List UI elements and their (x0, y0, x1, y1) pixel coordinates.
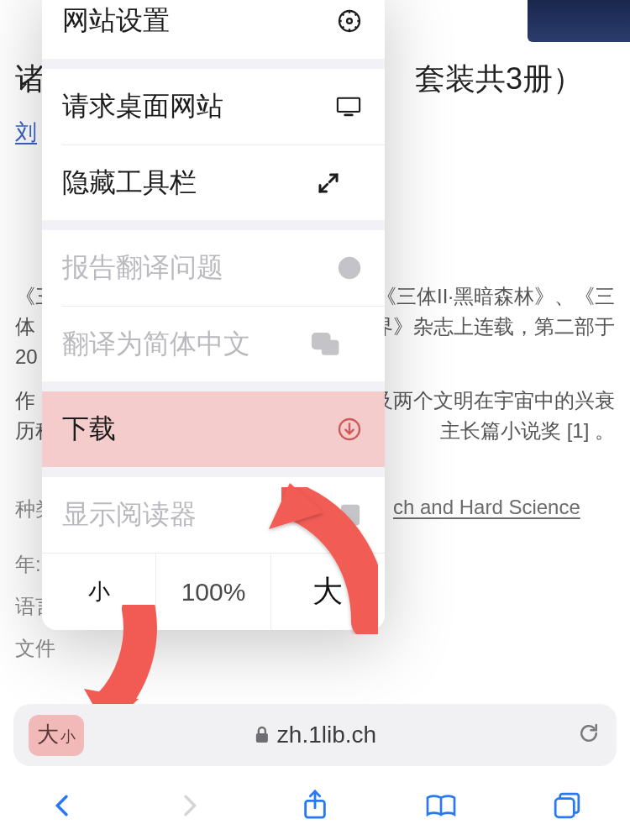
meta-category-link[interactable]: ch and Hard Science (393, 496, 580, 519)
aa-small: 小 (60, 727, 76, 747)
chevron-right-icon (176, 790, 202, 821)
svg-rect-3 (339, 99, 359, 111)
tabs-icon (552, 790, 582, 821)
svg-rect-19 (555, 799, 574, 817)
aa-button[interactable]: 大小 (29, 715, 84, 756)
title-left: 诸 (15, 61, 45, 96)
expand-diagonal-icon (307, 171, 341, 196)
svg-rect-17 (256, 733, 268, 743)
book-icon (424, 791, 458, 820)
gear-icon (329, 8, 363, 34)
menu-label: 隐藏工具栏 (62, 165, 197, 202)
svg-text:文: 文 (325, 342, 335, 353)
alert-circle-icon (329, 255, 363, 281)
text-size-smaller[interactable]: 小 (42, 554, 155, 630)
nav-forward-button (164, 785, 214, 827)
menu-hide-toolbar[interactable]: 隐藏工具栏 (62, 144, 385, 220)
download-circle-icon (329, 416, 363, 443)
desktop-icon (329, 94, 363, 119)
menu-translate: 翻译为简体中文 A文 (62, 306, 385, 381)
svg-point-1 (347, 18, 352, 24)
menu-label: 下载 (62, 411, 116, 448)
menu-report-translation: 报告翻译问题 (42, 230, 385, 306)
aa-big: 大 (37, 720, 59, 749)
menu-request-desktop[interactable]: 请求桌面网站 (42, 69, 385, 144)
svg-point-7 (349, 272, 351, 275)
text-size-control: 小 100% 大 (42, 553, 385, 630)
bookmarks-button[interactable] (416, 785, 466, 827)
title-right: 套装共3册） (415, 61, 583, 96)
desc-1-right: 《三体II·黑暗森林》、《三 (376, 281, 615, 312)
text-size-percent[interactable]: 100% (155, 554, 270, 630)
meta-year: 年: (15, 551, 41, 578)
share-button[interactable] (290, 785, 340, 827)
address-host[interactable]: zh.1lib.ch (254, 722, 376, 748)
desc-4-right: 及两个文明在宇宙中的兴衰 (373, 385, 615, 417)
book-cover-thumb (528, 0, 630, 42)
tabs-button[interactable] (542, 785, 592, 827)
menu-label: 网站设置 (62, 3, 170, 39)
reader-icon (329, 502, 363, 528)
text-size-larger[interactable]: 大 (271, 554, 385, 630)
lock-icon (254, 725, 270, 745)
desc-4-left: 作 (15, 389, 35, 412)
author-link[interactable]: 刘 (15, 118, 37, 147)
desc-5-right: 主长篇小说奖 [1] 。 (440, 415, 615, 447)
nav-back-button[interactable] (38, 785, 88, 827)
share-icon (301, 789, 329, 822)
desc-2-left: 体 (15, 315, 35, 338)
svg-text:A: A (315, 336, 322, 346)
aa-menu-popover: 网站设置 请求桌面网站 隐藏工具栏 (42, 0, 385, 630)
host-text: zh.1lib.ch (277, 722, 376, 748)
menu-downloads[interactable]: 下载 (42, 391, 385, 467)
menu-label: 显示阅读器 (62, 496, 197, 533)
address-bar[interactable]: 大小 zh.1lib.ch (13, 704, 617, 766)
menu-show-reader: 显示阅读器 (42, 477, 385, 553)
translate-icon: A文 (307, 331, 341, 358)
desc-2-right: 界》杂志上连载，第二部于 (373, 311, 615, 343)
menu-label: 翻译为简体中文 (62, 326, 250, 363)
desc-3-left: 20 (15, 345, 38, 368)
reload-icon (576, 721, 601, 746)
meta-file: 文件 (15, 635, 55, 662)
menu-label: 请求桌面网站 (62, 88, 223, 125)
reload-button[interactable] (576, 721, 601, 749)
svg-rect-4 (344, 114, 353, 117)
menu-label: 报告翻译问题 (62, 249, 223, 286)
browser-toolbar (0, 778, 630, 833)
menu-website-settings[interactable]: 网站设置 (42, 0, 385, 59)
chevron-left-icon (50, 790, 76, 821)
